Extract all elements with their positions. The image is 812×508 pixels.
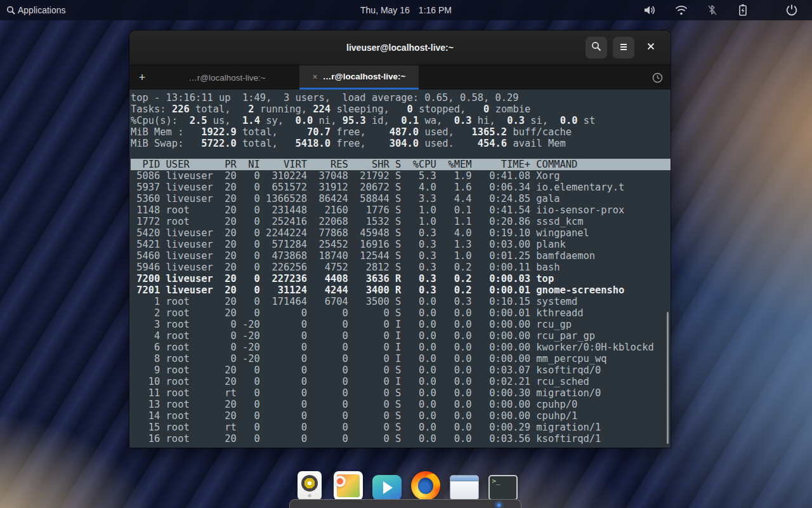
- process-row: 4 root 0 -20 0 0 0 I 0.0 0.0 0:00.00 rcu…: [131, 330, 671, 342]
- battery-charging-icon[interactable]: [737, 4, 749, 17]
- process-row: 16 root 20 0 0 0 0 S 0.0 0.0 0:03.56 kso…: [131, 433, 671, 444]
- tab-close-icon[interactable]: ×: [313, 72, 318, 82]
- desktop: Applications Thu, May 16 1:16 PM: [0, 0, 812, 508]
- process-row: 5421 liveuser 20 0 571284 25452 16916 S …: [131, 239, 671, 250]
- terminal-content[interactable]: top - 13:16:11 up 1:49, 3 users, load av…: [129, 90, 671, 448]
- search-icon: [591, 41, 601, 54]
- new-tab-button[interactable]: +: [129, 65, 155, 90]
- process-row: 5360 liveuser 20 0 1366528 86424 58844 S…: [131, 193, 671, 204]
- applications-label: Applications: [18, 5, 66, 15]
- music-app-icon[interactable]: [298, 471, 322, 500]
- top-bar: Applications Thu, May 16 1:16 PM: [0, 0, 812, 20]
- videos-app-icon[interactable]: [372, 475, 402, 500]
- tab-label: …r@localhost-live:~: [323, 72, 406, 81]
- power-icon[interactable]: [785, 4, 798, 17]
- process-row: 14 root 20 0 0 0 0 S 0.0 0.0 0:00.00 cpu…: [131, 410, 671, 422]
- bluetooth-disabled-icon[interactable]: [707, 4, 718, 16]
- process-row: 1148 root 20 0 231448 2160 1776 S 1.0 0.…: [131, 204, 671, 216]
- close-window-button[interactable]: [640, 37, 662, 58]
- process-row: 5420 liveuser 20 0 2244224 77868 45948 S…: [131, 227, 671, 239]
- process-row: 5946 liveuser 20 0 226256 4752 2812 S 0.…: [131, 262, 671, 273]
- search-button[interactable]: [586, 37, 607, 58]
- process-table: 5086 liveuser 20 0 310224 37048 21792 S …: [131, 170, 671, 444]
- process-row: 7200 liveuser 20 0 227236 4408 3636 R 0.…: [131, 273, 671, 284]
- process-row: 13 root 20 0 0 0 0 S 0.0 0.0 0:00.00 cpu…: [131, 399, 671, 410]
- search-icon: [6, 6, 15, 15]
- files-app-icon[interactable]: [450, 475, 479, 500]
- process-row: 6 root 0 -20 0 0 0 I 0.0 0.0 0:00.00 kwo…: [131, 342, 671, 353]
- applications-menu[interactable]: Applications: [0, 5, 66, 15]
- volume-icon[interactable]: [643, 4, 656, 16]
- tab-bar: + …r@localhost-live:~ × …r@localhost-liv…: [129, 65, 671, 90]
- play-icon: [383, 481, 393, 494]
- status-indicator-dot: [497, 504, 501, 507]
- clock-date: Thu, May 16: [360, 5, 410, 15]
- process-row: 9 root 20 0 0 0 0 S 0.0 0.0 0:03.07 ksof…: [131, 364, 671, 376]
- photos-app-icon[interactable]: [334, 471, 363, 500]
- process-row: 15 root rt 0 0 0 0 S 0.0 0.0 0:00.29 mig…: [131, 422, 671, 433]
- titlebar[interactable]: liveuser@localhost-live:~: [129, 30, 671, 65]
- process-row: 1772 root 20 0 252416 22068 1532 S 1.0 1…: [131, 216, 671, 227]
- terminal-window: liveuser@localhost-live:~: [129, 30, 671, 448]
- clock[interactable]: Thu, May 16 1:16 PM: [360, 5, 452, 15]
- tab-label: …r@localhost-live:~: [188, 73, 265, 83]
- terminal-app-icon[interactable]: >_: [488, 475, 518, 500]
- background-window-edge[interactable]: [289, 499, 521, 508]
- top-summary: top - 13:16:11 up 1:49, 3 users, load av…: [131, 92, 671, 149]
- menu-button[interactable]: [613, 37, 634, 58]
- process-row: 3 root 0 -20 0 0 0 I 0.0 0.0 0:00.00 rcu…: [131, 319, 671, 330]
- firefox-icon[interactable]: [411, 471, 440, 500]
- dock: >_: [0, 471, 812, 500]
- tab-terminal-1[interactable]: …r@localhost-live:~: [155, 65, 299, 90]
- tab-terminal-2[interactable]: × …r@localhost-live:~: [299, 65, 419, 90]
- process-row: 11 root rt 0 0 0 0 S 0.0 0.0 0:00.30 mig…: [131, 387, 671, 399]
- process-row: 5937 liveuser 20 0 651572 31912 20672 S …: [131, 182, 671, 193]
- process-table-header: PID USER PR NI VIRT RES SHR S %CPU %MEM …: [131, 159, 671, 170]
- scrollbar-thumb[interactable]: [667, 312, 669, 444]
- clock-time: 1:16 PM: [419, 5, 452, 15]
- hamburger-icon: [619, 42, 628, 53]
- process-row: 8 root 0 -20 0 0 0 I 0.0 0.0 0:00.00 mm_…: [131, 353, 671, 364]
- process-row: 5460 liveuser 20 0 473868 18740 12544 S …: [131, 250, 671, 262]
- process-row: 5086 liveuser 20 0 310224 37048 21792 S …: [131, 170, 671, 182]
- process-row: 1 root 20 0 171464 6704 3500 S 0.0 0.3 0…: [131, 296, 671, 307]
- system-status-area[interactable]: [643, 4, 812, 17]
- process-row: 2 root 20 0 0 0 0 S 0.0 0.0 0:00.01 kthr…: [131, 307, 671, 319]
- process-row: 7201 liveuser 20 0 31124 4244 3400 R 0.3…: [131, 284, 671, 296]
- process-row: 10 root 20 0 0 0 0 I 0.0 0.0 0:02.21 rcu…: [131, 376, 671, 387]
- close-icon: [646, 42, 655, 53]
- tab-clock-icon[interactable]: [652, 65, 671, 90]
- wifi-icon[interactable]: [675, 5, 688, 16]
